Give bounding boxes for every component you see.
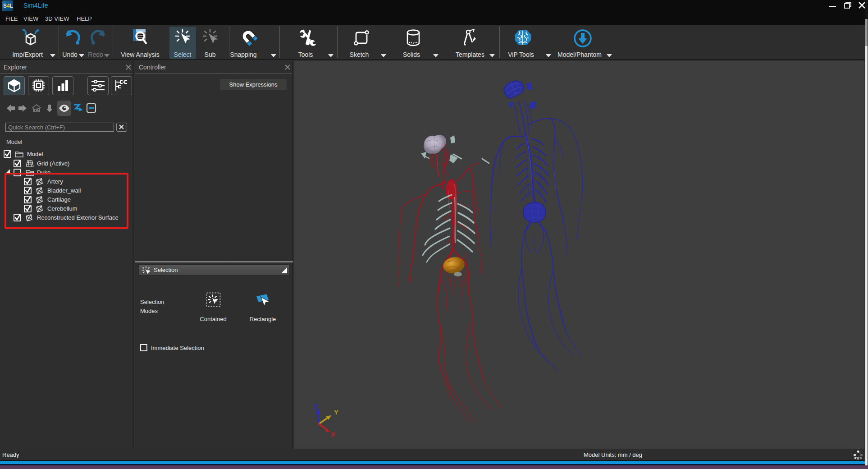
svg-text:X: X — [331, 430, 335, 438]
svg-text:Y: Y — [334, 408, 338, 416]
svg-text:Z: Z — [314, 402, 318, 410]
